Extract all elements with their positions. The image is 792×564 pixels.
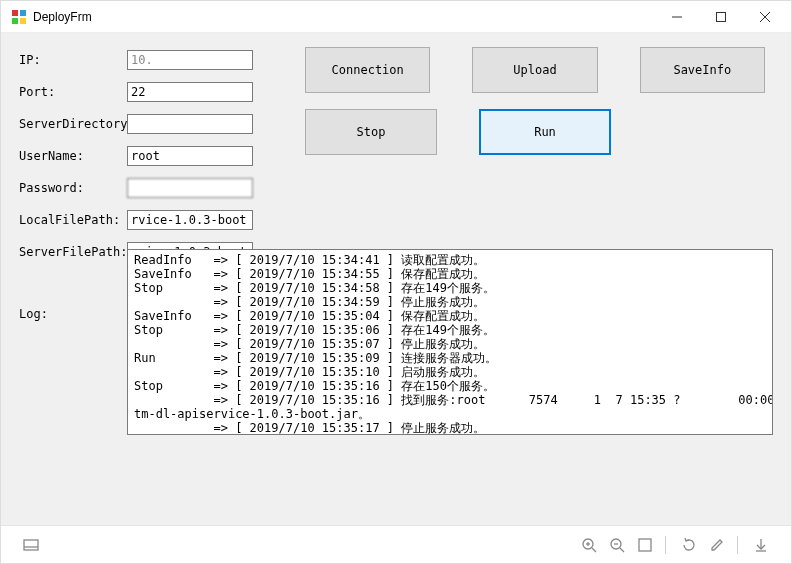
zoom-in-icon[interactable] [575,531,603,559]
svg-line-11 [592,548,596,552]
run-button[interactable]: Run [479,109,611,155]
ip-label: IP: [19,53,127,67]
client-area: IP: Port: ServerDirectory: UserName: Pas… [1,33,791,525]
bottombar [1,525,791,563]
password-label: Password: [19,181,127,195]
password-input[interactable] [127,178,253,198]
log-textbox[interactable]: ReadInfo => [ 2019/7/10 15:34:41 ] 读取配置成… [127,249,773,435]
saveinfo-button-label: SaveInfo [673,63,731,77]
maximize-button[interactable] [699,2,743,32]
localfilepath-label: LocalFilePath: [19,213,127,227]
svg-rect-5 [717,12,726,21]
separator [665,536,669,554]
fit-icon[interactable] [631,531,659,559]
run-button-label: Run [534,125,556,139]
separator [737,536,741,554]
serverdirectory-label: ServerDirectory: [19,117,127,131]
svg-rect-8 [24,540,38,550]
saveinfo-button[interactable]: SaveInfo [640,47,765,93]
stop-button[interactable]: Stop [305,109,437,155]
titlebar: DeployFrm [1,1,791,33]
edit-icon[interactable] [703,531,731,559]
download-icon[interactable] [747,531,775,559]
app-icon [11,9,27,25]
svg-rect-2 [12,18,18,24]
localfilepath-input[interactable] [127,210,253,230]
svg-rect-1 [20,10,26,16]
svg-rect-0 [12,10,18,16]
username-input[interactable] [127,146,253,166]
ip-input[interactable] [127,50,253,70]
serverdirectory-input[interactable] [127,114,253,134]
refresh-icon[interactable] [675,531,703,559]
zoom-out-icon[interactable] [603,531,631,559]
close-button[interactable] [743,2,787,32]
port-input[interactable] [127,82,253,102]
stop-button-label: Stop [357,125,386,139]
port-label: Port: [19,85,127,99]
svg-rect-3 [20,18,26,24]
panel-icon[interactable] [17,531,45,559]
window-title: DeployFrm [33,10,655,24]
svg-rect-17 [639,539,651,551]
connection-button[interactable]: Connection [305,47,430,93]
connection-button-label: Connection [332,63,404,77]
svg-line-15 [620,548,624,552]
upload-button-label: Upload [513,63,556,77]
upload-button[interactable]: Upload [472,47,597,93]
log-label: Log: [19,249,127,435]
minimize-button[interactable] [655,2,699,32]
username-label: UserName: [19,149,127,163]
